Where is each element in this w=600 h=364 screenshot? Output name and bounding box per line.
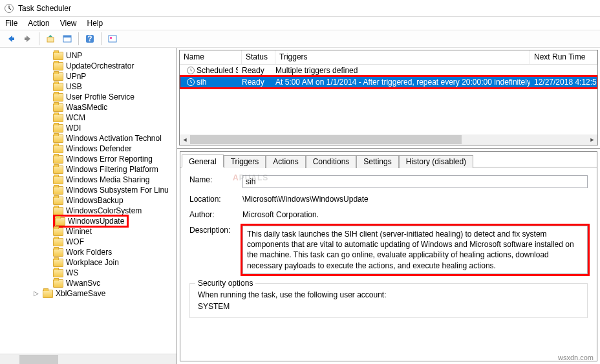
folder-icon [53,62,63,70]
tasklist-horizontal-scrollbar[interactable]: ◄► [180,134,597,145]
folder-icon [53,269,63,277]
task-list-pane: Name Status Triggers Next Run Time Sched… [177,48,600,149]
tree-item[interactable]: Workplace Join [0,257,177,268]
column-name[interactable]: Name [180,50,242,64]
main-split: UNPUpdateOrchestratorUPnPUSBUser Profile… [0,48,600,364]
tree-item-label: WindowsUpdate [68,217,124,226]
tree-item[interactable]: Wininet [0,226,177,237]
tree-item[interactable]: WwanSvc [0,278,177,288]
folder-icon [53,134,63,143]
task-triggers: Multiple triggers defined [272,66,530,75]
folder-icon [53,186,63,195]
tree-item[interactable]: WOF [0,237,177,247]
forward-button[interactable] [21,32,35,46]
label-name: Name: [189,175,242,184]
column-triggers[interactable]: Triggers [275,50,530,64]
security-legend: Security options [195,279,255,288]
tree-item-label: UNP [66,51,82,60]
tree-horizontal-scrollbar[interactable] [0,354,177,364]
svg-rect-6 [109,36,116,42]
tree-item-label: Work Folders [66,248,112,257]
label-author: Author: [189,210,242,219]
menu-view[interactable]: View [60,19,77,28]
menu-file[interactable]: File [5,19,17,28]
security-account: SYSTEM [198,302,579,311]
tree-item[interactable]: WDI [0,123,177,133]
tree-item-label: Windows Activation Technol [66,134,162,143]
tree-item[interactable]: Windows Defender [0,144,177,154]
tree-item-label: WaaSMedic [66,103,107,112]
folder-icon [53,155,63,164]
tree-item[interactable]: UpdateOrchestrator [0,61,177,71]
task-name-field[interactable] [242,175,588,188]
tree-item[interactable]: WindowsUpdate [0,216,177,226]
clock-icon [186,66,195,75]
folder-icon [53,166,63,174]
tree-item-label: WwanSvc [66,279,100,288]
tree-item[interactable]: WaaSMedic [0,102,177,112]
tree-item-label: UpdateOrchestrator [66,61,134,70]
tree-item[interactable]: WindowsBackup [0,195,177,206]
task-row[interactable]: sihReadyAt 5:00 AM on 1/1/2014 - After t… [180,76,597,88]
task-details-pane: General Triggers Actions Conditions Sett… [177,149,600,364]
tree-item[interactable]: User Profile Service [0,92,177,102]
column-status[interactable]: Status [242,50,275,64]
tab-history[interactable]: History (disabled) [399,155,473,168]
tree-item-label: WindowsColorSystem [66,206,142,215]
folder-icon [53,83,63,91]
expand-icon[interactable]: ▷ [34,290,40,297]
tree-item[interactable]: WS [0,268,177,278]
tree-item[interactable]: UPnP [0,71,177,81]
folder-icon [53,52,63,60]
refresh-button[interactable] [105,32,120,46]
tree-item[interactable]: Windows Activation Technol [0,133,177,144]
tree-item-label: WDI [66,123,81,133]
tab-general[interactable]: General [182,155,224,167]
security-options-group: Security options When running the task, … [189,283,588,318]
tab-triggers[interactable]: Triggers [224,155,266,168]
tree-item[interactable]: Windows Subsystem For Linu [0,185,177,195]
column-next-run[interactable]: Next Run Time [530,50,597,64]
tree-item-label: WS [66,268,78,277]
back-button[interactable] [4,32,18,46]
folder-icon [53,103,63,112]
tree-item-label: WindowsBackup [66,196,123,205]
tree-item[interactable]: ▷XblGameSave [0,288,177,299]
folder-icon [53,228,63,236]
tree-item[interactable]: Windows Media Sharing [0,175,177,185]
menu-action[interactable]: Action [28,19,49,28]
folder-icon [53,279,63,288]
help-button[interactable]: ? [83,32,97,46]
folder-icon [53,238,63,246]
tab-settings[interactable]: Settings [356,155,398,168]
svg-rect-7 [110,37,112,39]
label-description: Description: [189,226,242,235]
up-button[interactable] [43,32,58,46]
tree-item-label: UPnP [66,72,86,81]
folder-icon [53,72,63,81]
clock-icon [186,78,195,87]
tree-item-label: Windows Filtering Platform [66,165,158,174]
tree-item[interactable]: WCM [0,112,177,123]
folder-icon [53,145,63,153]
tab-conditions[interactable]: Conditions [306,155,357,168]
tree-item-label: Windows Subsystem For Linu [66,186,169,195]
tree-item[interactable]: UNP [0,50,177,61]
tree-item[interactable]: Work Folders [0,247,177,257]
task-row[interactable]: Scheduled S...ReadyMultiple triggers def… [180,65,597,76]
tree-item[interactable]: Windows Error Reporting [0,154,177,164]
task-description-box[interactable]: This daily task launches the SIH client … [242,226,588,274]
tree-item[interactable]: Windows Filtering Platform [0,164,177,175]
tab-actions[interactable]: Actions [266,155,305,168]
tree-item[interactable]: USB [0,81,177,92]
right-pane: Name Status Triggers Next Run Time Sched… [177,48,600,364]
properties-button[interactable] [60,32,74,46]
label-location: Location: [189,195,242,204]
menubar: File Action View Help [0,17,600,30]
task-name: Scheduled S... [197,66,238,75]
app-icon [4,3,14,14]
folder-tree[interactable]: UNPUpdateOrchestratorUPnPUSBUser Profile… [0,48,177,301]
svg-text:?: ? [87,34,92,43]
task-author-value: Microsoft Corporation. [242,210,588,219]
menu-help[interactable]: Help [87,19,103,28]
